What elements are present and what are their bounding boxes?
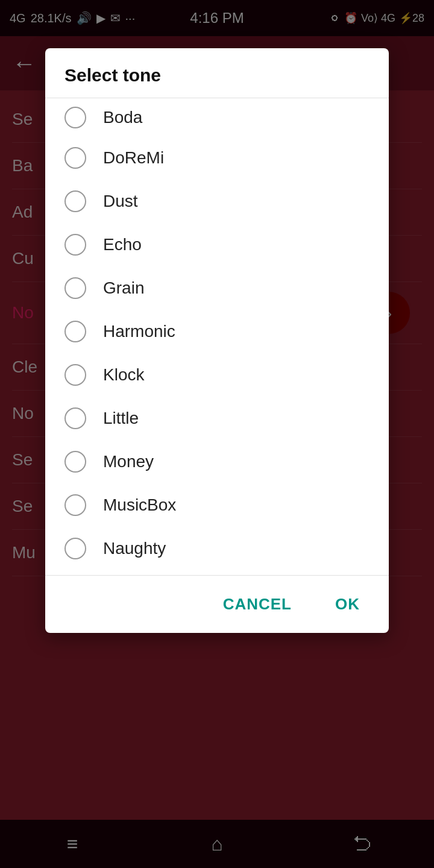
list-item[interactable]: MusicBox [45,483,389,527]
radio-klock[interactable] [64,364,86,386]
list-item[interactable]: DoReMi [45,136,389,180]
item-label-musicbox: MusicBox [103,495,176,515]
list-item[interactable]: Echo [45,223,389,266]
select-tone-dialog: Select tone Boda DoReMi Dust Echo Grain [45,48,389,633]
radio-little[interactable] [64,407,86,429]
list-item[interactable]: Klock [45,353,389,397]
dialog-list[interactable]: Boda DoReMi Dust Echo Grain Harmonic [45,98,389,575]
radio-grain[interactable] [64,277,86,299]
radio-harmonic[interactable] [64,321,86,342]
radio-naughty[interactable] [64,538,86,559]
item-label-grain: Grain [103,278,144,298]
radio-doremi[interactable] [64,147,86,169]
radio-boda[interactable] [64,107,86,128]
item-label-klock: Klock [103,365,144,385]
item-label-dust: Dust [103,192,138,211]
item-label-money: Money [103,452,154,471]
list-item[interactable]: Naughty [45,527,389,570]
item-label-doremi: DoReMi [103,148,164,168]
dialog-footer: CANCEL OK [45,575,389,633]
cancel-button[interactable]: CANCEL [209,587,306,622]
dialog-title: Select tone [45,48,389,98]
radio-dust[interactable] [64,190,86,212]
item-label-naughty: Naughty [103,539,166,558]
item-label-boda: Boda [103,108,142,127]
ok-button[interactable]: OK [321,587,374,622]
radio-echo[interactable] [64,234,86,256]
list-item[interactable]: Grain [45,266,389,310]
radio-money[interactable] [64,451,86,473]
list-item[interactable]: Money [45,440,389,483]
item-label-echo: Echo [103,235,142,254]
item-label-harmonic: Harmonic [103,322,175,341]
list-item[interactable]: Dust [45,180,389,223]
list-item[interactable]: Harmonic [45,310,389,353]
list-item[interactable]: Boda [45,103,389,136]
radio-musicbox[interactable] [64,494,86,516]
list-item[interactable]: Little [45,397,389,440]
item-label-little: Little [103,409,139,428]
